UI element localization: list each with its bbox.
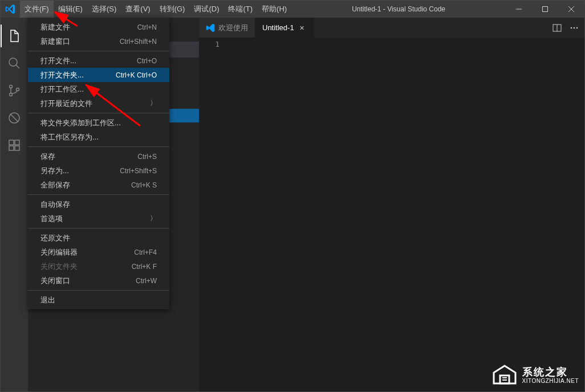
menu-new-window[interactable]: 新建窗口Ctrl+Shift+N — [28, 34, 169, 48]
line-number: 1 — [199, 40, 220, 48]
watermark: 系统之家 XITONGZHIJIA.NET — [491, 364, 579, 387]
menu-open-workspace[interactable]: 打开工作区... — [28, 82, 169, 96]
maximize-button[interactable] — [532, 1, 558, 18]
menu-terminal[interactable]: 终端(T) — [224, 1, 257, 18]
menu-save-as[interactable]: 另存为...Ctrl+Shift+S — [28, 164, 169, 178]
menu-new-file[interactable]: 新建文件Ctrl+N — [28, 20, 169, 34]
menu-auto-save[interactable]: 自动保存 — [28, 197, 169, 211]
svg-rect-13 — [15, 146, 19, 150]
svg-point-6 — [10, 85, 13, 88]
line-gutter: 1 — [199, 38, 232, 392]
tab-welcome[interactable]: 欢迎使用 — [199, 18, 255, 38]
svg-rect-11 — [9, 140, 14, 145]
svg-point-8 — [17, 88, 19, 91]
text-content[interactable] — [232, 38, 584, 392]
editor-tabs: 欢迎使用 Untitled-1 × — [199, 18, 584, 38]
titlebar: 文件(F) 编辑(E) 选择(S) 查看(V) 转到(G) 调试(D) 终端(T… — [1, 1, 584, 18]
menu-add-folder-workspace[interactable]: 将文件夹添加到工作区... — [28, 116, 169, 130]
menu-separator — [28, 194, 169, 195]
source-control-icon[interactable] — [1, 77, 28, 104]
window-title: Untitled-1 - Visual Studio Code — [291, 5, 506, 13]
svg-line-10 — [10, 114, 18, 122]
menu-exit[interactable]: 退出 — [28, 293, 169, 307]
tab-label: Untitled-1 — [262, 23, 294, 32]
window-controls — [506, 1, 584, 18]
menu-go[interactable]: 转到(G) — [155, 1, 190, 18]
menu-separator — [28, 290, 169, 291]
watermark-text-en: XITONGZHIJIA.NET — [522, 378, 579, 384]
editor-body[interactable]: 1 — [199, 38, 584, 392]
editor-area: 欢迎使用 Untitled-1 × 1 — [199, 18, 584, 392]
split-editor-icon[interactable] — [552, 23, 562, 32]
menu-help[interactable]: 帮助(H) — [257, 1, 291, 18]
svg-point-17 — [571, 27, 572, 28]
menu-preferences[interactable]: 首选项〉 — [28, 211, 169, 226]
menu-selection[interactable]: 选择(S) — [87, 1, 121, 18]
svg-point-18 — [574, 27, 575, 28]
chevron-right-icon: 〉 — [150, 214, 157, 223]
menu-save[interactable]: 保存Ctrl+S — [28, 149, 169, 164]
menu-separator — [28, 113, 169, 113]
svg-line-5 — [16, 65, 19, 68]
svg-point-4 — [9, 58, 17, 66]
menu-debug[interactable]: 调试(D) — [189, 1, 224, 18]
tab-label: 欢迎使用 — [218, 23, 248, 33]
close-icon[interactable]: × — [298, 23, 307, 32]
menu-separator — [28, 146, 169, 147]
menu-view[interactable]: 查看(V) — [121, 1, 155, 18]
svg-rect-12 — [9, 146, 14, 150]
menu-close-window[interactable]: 关闭窗口Ctrl+W — [28, 273, 169, 288]
minimize-button[interactable] — [506, 1, 532, 18]
menu-open-file[interactable]: 打开文件...Ctrl+O — [28, 54, 169, 68]
extensions-icon[interactable] — [1, 132, 28, 159]
watermark-logo-icon — [491, 364, 518, 387]
file-menu-dropdown: 新建文件Ctrl+N 新建窗口Ctrl+Shift+N 打开文件...Ctrl+… — [28, 18, 169, 309]
chevron-right-icon: 〉 — [150, 99, 157, 108]
menubar: 文件(F) 编辑(E) 选择(S) 查看(V) 转到(G) 调试(D) 终端(T… — [20, 1, 291, 18]
explorer-icon[interactable] — [1, 22, 28, 50]
close-button[interactable] — [558, 1, 584, 18]
menu-revert-file[interactable]: 还原文件 — [28, 231, 169, 245]
search-icon[interactable] — [1, 50, 28, 77]
svg-rect-1 — [543, 7, 548, 12]
vscode-logo — [1, 1, 20, 18]
svg-point-19 — [576, 27, 578, 28]
activity-bar — [1, 18, 28, 392]
svg-point-7 — [10, 93, 13, 96]
debug-icon[interactable] — [1, 104, 28, 132]
svg-rect-14 — [15, 140, 19, 145]
menu-separator — [28, 51, 169, 51]
menu-close-editor[interactable]: 关闭编辑器Ctrl+F4 — [28, 245, 169, 259]
menu-open-recent[interactable]: 打开最近的文件〉 — [28, 96, 169, 111]
watermark-text-cn: 系统之家 — [522, 367, 579, 378]
menu-save-workspace-as[interactable]: 将工作区另存为... — [28, 130, 169, 144]
menu-file[interactable]: 文件(F) — [20, 1, 54, 18]
tab-untitled[interactable]: Untitled-1 × — [255, 18, 314, 38]
menu-save-all[interactable]: 全部保存Ctrl+K S — [28, 178, 169, 192]
menu-edit[interactable]: 编辑(E) — [54, 1, 87, 18]
menu-separator — [28, 228, 169, 228]
menu-close-folder: 关闭文件夹Ctrl+K F — [28, 259, 169, 273]
more-icon[interactable] — [570, 23, 579, 32]
menu-open-folder[interactable]: 打开文件夹...Ctrl+K Ctrl+O — [28, 68, 169, 82]
